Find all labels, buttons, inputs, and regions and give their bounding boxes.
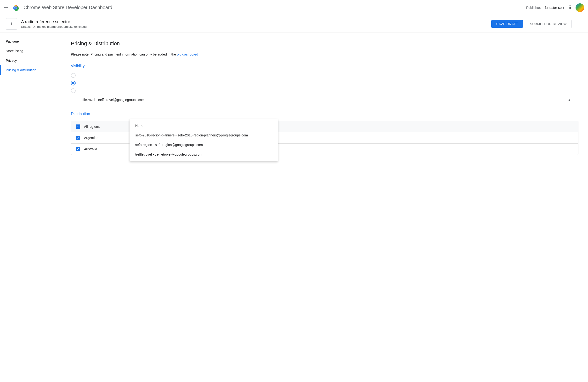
dist-label-argentina: Argentina: [84, 136, 98, 140]
save-draft-button[interactable]: SAVE DRAFT: [491, 20, 523, 28]
old-dashboard-link[interactable]: old dashboard: [177, 52, 198, 56]
radio-unlisted[interactable]: [71, 88, 76, 93]
dropdown-arrow-icon: ▲: [568, 98, 571, 101]
app-header: ☰ Chrome Web Store Developer Dashboard P…: [0, 0, 588, 15]
dropdown-option-none[interactable]: None: [129, 121, 278, 130]
extension-actions: SAVE DRAFT SUBMIT FOR REVIEW ⋮: [491, 19, 582, 29]
radio-option-unlisted[interactable]: [71, 88, 578, 93]
dist-label-australia: Australia: [84, 147, 97, 151]
sidebar-item-pricing-distribution[interactable]: Pricing & distribution: [0, 65, 61, 75]
extension-icon: +: [6, 18, 17, 30]
apps-grid-icon[interactable]: ⠿: [568, 5, 572, 11]
page-title: Pricing & Distribution: [71, 40, 578, 47]
avatar[interactable]: [576, 3, 584, 12]
more-options-icon[interactable]: ⋮: [574, 19, 582, 29]
radio-private[interactable]: [71, 81, 76, 85]
extension-status: Status: ID: imbkeeibioanppnoaomjpkokolhi…: [21, 25, 487, 28]
extension-info: A radio reference selector Status: ID: i…: [21, 20, 487, 28]
dropdown-option-treffletrovel[interactable]: treffletrovel - treffletrovel@googlegrou…: [129, 150, 278, 159]
checkbox-all-regions[interactable]: [76, 124, 80, 129]
dropdown-selected-value: treffletrovel - trefflerovel@googlegroup…: [79, 98, 568, 102]
submit-review-button[interactable]: SUBMIT FOR REVIEW: [525, 20, 572, 28]
main-content: Pricing & Distribution Please note: Pric…: [61, 33, 588, 382]
sidebar-item-package[interactable]: Package: [0, 37, 61, 46]
dropdown-popup: None sefo-2018-region-planners - sefo-20…: [129, 119, 278, 161]
hamburger-icon[interactable]: ☰: [4, 5, 8, 11]
visibility-section: Visibility treffletrovel - trefflerovel@…: [71, 64, 578, 104]
checkbox-argentina[interactable]: [76, 136, 80, 140]
dropdown-option-sefo-2018[interactable]: sefo-2018-region-planners - sefo-2018-re…: [129, 130, 278, 140]
radio-option-public[interactable]: [71, 73, 578, 78]
radio-option-private[interactable]: [71, 81, 578, 85]
dist-label-all-regions: All regions: [84, 125, 100, 129]
header-title: Chrome Web Store Developer Dashboard: [23, 5, 112, 10]
distribution-title: Distribution: [71, 112, 578, 116]
checkbox-australia[interactable]: [76, 147, 80, 151]
sidebar-item-privacy[interactable]: Privacy: [0, 56, 61, 65]
extension-name: A radio reference selector: [21, 20, 487, 24]
svg-point-3: [15, 6, 17, 9]
pricing-note: Please note: Pricing and payment informa…: [71, 52, 578, 56]
main-layout: Package Store listing Privacy Pricing & …: [0, 33, 588, 382]
app-subtitle: Developer Dashboard: [64, 5, 112, 10]
publisher-dropdown-icon[interactable]: ▾: [563, 6, 564, 10]
publisher-label: Publisher:: [526, 6, 541, 10]
dropdown-option-sefo-region[interactable]: sefo-region - sefo-region@googlegroups.c…: [129, 140, 278, 150]
radio-public[interactable]: [71, 73, 76, 78]
visibility-dropdown[interactable]: treffletrovel - trefflerovel@googlegroup…: [79, 96, 578, 104]
visibility-title: Visibility: [71, 64, 578, 68]
header-left: ☰ Chrome Web Store Developer Dashboard: [4, 4, 526, 12]
sidebar-item-store-listing[interactable]: Store listing: [0, 46, 61, 56]
sidebar: Package Store listing Privacy Pricing & …: [0, 33, 61, 382]
header-right: Publisher: funastor-se ▾ ⠿: [526, 3, 584, 12]
app-name: Chrome Web Store: [23, 5, 64, 10]
extension-header: + A radio reference selector Status: ID:…: [0, 15, 588, 33]
publisher-name: funastor-se ▾: [545, 6, 564, 10]
chrome-logo-icon: [12, 4, 20, 12]
